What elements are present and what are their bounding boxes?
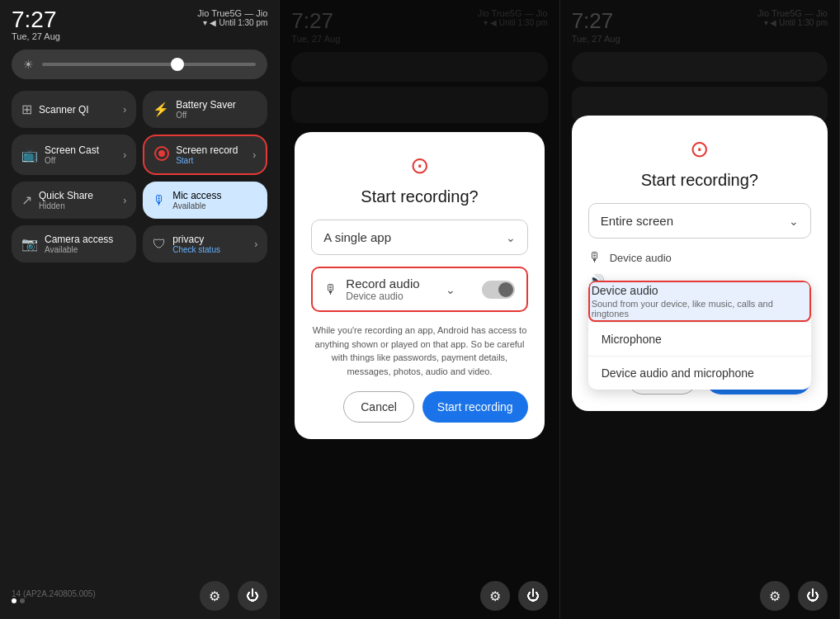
device-audio-icon: 🎙 bbox=[588, 250, 602, 265]
panel3-power-button[interactable]: ⏻ bbox=[798, 581, 828, 611]
dropdown-microphone[interactable]: Microphone bbox=[588, 323, 811, 356]
panel3-settings-button[interactable]: ⚙ bbox=[760, 581, 790, 611]
start-recording-dialog: ⊙ Start recording? A single app ⌄ 🎙 Reco… bbox=[295, 132, 544, 439]
battery-saver-label: Battery Saver bbox=[176, 99, 257, 111]
dropdown-device-audio[interactable]: Device audio Sound from your device, lik… bbox=[588, 281, 811, 322]
bottom-bar-1: 14 (AP2A.240805.005) ⚙ ⏻ bbox=[0, 573, 279, 619]
screen-record-icon bbox=[154, 146, 169, 164]
qs-tile-camera-access[interactable]: 📷 Camera access Available bbox=[12, 225, 136, 262]
battery-saver-icon: ⚡ bbox=[153, 102, 169, 117]
audio-dropdown-menu[interactable]: Device audio Sound from your device, lik… bbox=[588, 281, 811, 390]
panel3-bottom-actions: ⚙ ⏻ bbox=[760, 581, 828, 611]
status-right-1: Jio True5G — Jio ▾ ◀ Until 1:30 pm bbox=[197, 8, 267, 27]
record-audio-chevron-icon: ⌄ bbox=[446, 283, 455, 296]
scanner-icon: ⊞ bbox=[21, 102, 32, 117]
power-button[interactable]: ⏻ bbox=[238, 581, 267, 611]
privacy-label: privacy bbox=[172, 234, 248, 245]
quick-share-icon: ↗ bbox=[21, 192, 32, 208]
qs-tile-screen-cast[interactable]: 📺 Screen Cast Off › bbox=[12, 135, 136, 175]
dropdown-microphone-label: Microphone bbox=[602, 333, 798, 346]
quick-share-arrow-icon: › bbox=[123, 195, 126, 206]
screen-record-sub: Start bbox=[176, 156, 246, 165]
qs-tile-privacy[interactable]: 🛡 privacy Check status › bbox=[143, 225, 267, 262]
bottom-actions: ⚙ ⏻ bbox=[200, 581, 267, 611]
battery-saver-sub: Off bbox=[176, 111, 257, 120]
mic-access-label: Mic access bbox=[172, 190, 257, 201]
mic-access-sub: Available bbox=[172, 201, 257, 210]
toggle-thumb bbox=[498, 282, 513, 297]
record-audio-toggle[interactable] bbox=[482, 281, 515, 299]
app-select-label: A single app bbox=[323, 230, 391, 244]
screen-record-arrow-icon: › bbox=[252, 149, 256, 161]
brightness-bar[interactable]: ☀ bbox=[12, 50, 267, 79]
build-info: 14 (AP2A.240805.005) bbox=[12, 589, 96, 598]
dialog-title-2: Start recording? bbox=[311, 187, 527, 206]
dialog-record-icon: ⊙ bbox=[311, 152, 527, 179]
panel2-bottom-actions: ⚙ ⏻ bbox=[480, 581, 548, 611]
dot-1 bbox=[12, 598, 17, 603]
record-audio-sub: Device audio bbox=[346, 291, 419, 302]
camera-access-sub: Available bbox=[45, 245, 126, 254]
record-audio-icon: 🎙 bbox=[324, 282, 337, 297]
dialog-buttons-2: Cancel Start recording bbox=[311, 391, 527, 423]
qs-tile-scanner[interactable]: ⊞ Scanner QI › bbox=[12, 91, 136, 128]
screen-select-dropdown[interactable]: Entire screen ⌄ bbox=[588, 203, 811, 239]
brightness-thumb bbox=[171, 58, 184, 71]
quick-settings-panel: 7:27 Tue, 27 Aug Jio True5G — Jio ▾ ◀ Un… bbox=[0, 0, 280, 619]
start-recording-panel: 7:27 Tue, 27 Aug Jio True5G — Jio ▾ ◀ Un… bbox=[280, 0, 559, 619]
dialog-info-2: While you're recording an app, Android h… bbox=[311, 324, 527, 378]
camera-access-label: Camera access bbox=[45, 234, 126, 245]
start-recording-button-2[interactable]: Start recording bbox=[422, 391, 528, 423]
panel2-power-button[interactable]: ⏻ bbox=[518, 581, 548, 611]
brightness-track[interactable] bbox=[42, 63, 256, 66]
privacy-icon: 🛡 bbox=[153, 237, 166, 252]
dropdown-device-and-mic[interactable]: Device audio and microphone bbox=[588, 357, 811, 390]
brightness-icon: ☀ bbox=[23, 58, 34, 71]
carrier-1: Jio True5G — Jio bbox=[197, 8, 267, 18]
start-recording-audio-panel: 7:27 Tue, 27 Aug Jio True5G — Jio ▾ ◀ Un… bbox=[560, 0, 840, 619]
qs-tile-battery-saver[interactable]: ⚡ Battery Saver Off bbox=[143, 91, 267, 128]
camera-access-icon: 📷 bbox=[21, 236, 38, 252]
page-dots bbox=[12, 598, 96, 603]
dropdown-device-audio-label: Device audio bbox=[592, 284, 808, 297]
device-audio-label: Device audio bbox=[610, 252, 672, 264]
dropdown-device-and-mic-label: Device audio and microphone bbox=[602, 366, 798, 380]
dot-2 bbox=[20, 598, 25, 603]
quick-share-sub: Hidden bbox=[39, 201, 116, 210]
quick-share-label: Quick Share bbox=[39, 190, 116, 201]
time-block-1: 7:27 Tue, 27 Aug bbox=[12, 8, 60, 41]
date-1: Tue, 27 Aug bbox=[12, 31, 60, 41]
time-1: 7:27 bbox=[12, 8, 60, 31]
screen-select-arrow-icon: ⌄ bbox=[789, 215, 799, 228]
qs-tile-mic-access[interactable]: 🎙 Mic access Available bbox=[143, 182, 267, 219]
status-icons-1: ▾ ◀ Until 1:30 pm bbox=[203, 18, 267, 27]
privacy-arrow-icon: › bbox=[254, 239, 257, 250]
record-audio-row[interactable]: 🎙 Record audio Device audio ⌄ bbox=[311, 267, 527, 312]
record-dot-icon bbox=[154, 146, 169, 161]
app-select-arrow-icon: ⌄ bbox=[506, 231, 516, 244]
device-audio-row: 🎙 Device audio bbox=[588, 250, 811, 265]
screen-cast-arrow-icon: › bbox=[123, 149, 126, 161]
dialog3-record-icon: ⊙ bbox=[588, 135, 811, 163]
privacy-sub: Check status bbox=[172, 245, 248, 254]
qs-grid: ⊞ Scanner QI › ⚡ Battery Saver Off 📺 Scr… bbox=[0, 84, 279, 269]
dialog-title-3: Start recording? bbox=[588, 171, 811, 190]
screen-record-label: Screen record bbox=[176, 144, 246, 156]
screen-cast-label: Screen Cast bbox=[45, 144, 116, 156]
settings-button[interactable]: ⚙ bbox=[200, 581, 229, 611]
dropdown-device-audio-sub: Sound from your device, like music, call… bbox=[592, 299, 808, 319]
mic-access-icon: 🎙 bbox=[153, 193, 166, 208]
screen-cast-sub: Off bbox=[45, 156, 116, 165]
scanner-arrow-icon: › bbox=[123, 104, 126, 116]
qs-tile-screen-record[interactable]: Screen record Start › bbox=[143, 135, 267, 175]
scanner-label: Scanner QI bbox=[39, 104, 116, 116]
record-audio-label: Record audio bbox=[346, 276, 419, 291]
app-select-dropdown[interactable]: A single app ⌄ bbox=[311, 220, 527, 255]
status-bar-1: 7:27 Tue, 27 Aug Jio True5G — Jio ▾ ◀ Un… bbox=[0, 0, 279, 45]
qs-tile-quick-share[interactable]: ↗ Quick Share Hidden › bbox=[12, 182, 136, 219]
panel2-settings-button[interactable]: ⚙ bbox=[480, 581, 510, 611]
screen-cast-icon: 📺 bbox=[21, 147, 38, 163]
screen-select-label: Entire screen bbox=[601, 214, 673, 228]
cancel-button-2[interactable]: Cancel bbox=[343, 391, 414, 423]
